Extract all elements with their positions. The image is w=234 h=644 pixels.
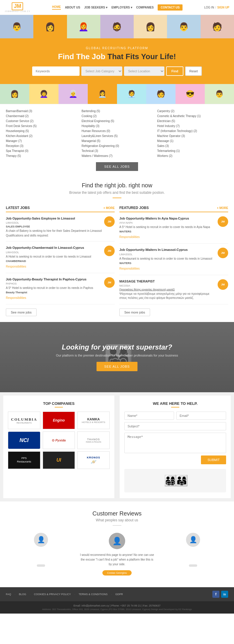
company-engino[interactable]: Engino <box>43 412 75 429</box>
location-select[interactable]: Select Location <box>124 66 164 76</box>
job-responsibilities-link[interactable]: Responsibilities <box>119 235 140 239</box>
job-cat-item[interactable]: Reception (3) <box>6 144 77 148</box>
company-pyxida[interactable]: ⊙ Pyxida <box>43 431 75 449</box>
job-title[interactable]: Job Opportunity-Chambermaid In Limassol-… <box>6 246 102 250</box>
reviews-section: Customer Reviews What peoples say about … <box>0 501 234 581</box>
jm-logo: JM <box>104 277 115 288</box>
job-cat-item[interactable]: Hotel Industry (7) <box>157 124 228 128</box>
job-desc-gr: Προσφάτεις θέσης εργασίας Θεραπευτή μασά… <box>119 288 215 291</box>
logo[interactable]: JM JOBMARKET.COM.CY <box>5 2 30 12</box>
nav-contact[interactable]: CONTACT US <box>158 4 183 11</box>
job-title[interactable]: Job Opportunity-Beauty Therapist In Paph… <box>6 277 102 282</box>
footer-link-cookies[interactable]: COOKIES & PRIVACY POLICY <box>34 593 71 596</box>
facebook-icon[interactable]: f <box>212 591 219 598</box>
job-cat-item[interactable]: Sales (3) <box>157 144 228 148</box>
contact-subject-input[interactable] <box>124 422 226 430</box>
review-name-btn-1[interactable] <box>37 564 45 567</box>
job-cat-item[interactable]: Electrician (5) <box>157 119 228 123</box>
company-kanika[interactable]: KANIKA HOTELS & RESORTS <box>77 412 110 429</box>
job-title[interactable]: Job Opportunity-Sales Employee In Limass… <box>6 216 102 221</box>
footer-link-gdpr[interactable]: GDPR <box>115 593 123 596</box>
job-cat-item[interactable]: Housekeeping (5) <box>6 129 77 133</box>
nav-employers[interactable]: EMPLOYERS ▾ <box>111 6 132 9</box>
job-cat-item[interactable]: Managerial (5) <box>82 139 153 143</box>
job-cat-item[interactable]: IT (Information Technology) (2) <box>157 129 228 133</box>
login-link[interactable]: LOG IN <box>204 6 214 9</box>
company-nci[interactable]: NCI <box>8 431 40 449</box>
footer-link-blog[interactable]: BLOG <box>19 593 26 596</box>
job-responsibilities-link[interactable]: Responsibilities <box>6 296 26 299</box>
contact-message-input[interactable] <box>124 433 226 453</box>
review-item-2: 👤 I would recommend this page to anyone!… <box>79 533 155 576</box>
job-cat-item[interactable]: Hospitality (3) <box>82 124 153 128</box>
job-cat-item[interactable]: Spa Therapist (0) <box>6 149 77 153</box>
job-cat-item[interactable]: Kitchen Assistant (2) <box>6 134 77 138</box>
job-title[interactable]: Job Opportunity-Waiters In Ayia Napa-Cyp… <box>119 216 215 221</box>
job-cat-item[interactable]: Bartending (5) <box>82 109 153 113</box>
featured-jobs-more[interactable]: + MORE <box>217 206 228 210</box>
nav-job-seekers[interactable]: JOB SEEKERS ▾ <box>84 6 107 9</box>
contact-submit-btn[interactable]: SUBMIT <box>201 455 226 464</box>
jm-logo: JM <box>218 216 228 227</box>
footer-link-faq[interactable]: FAQ <box>6 593 11 596</box>
find-button[interactable]: Find <box>166 66 183 76</box>
job-location: Limassol <box>6 251 102 254</box>
job-tag: SALES EMPLOYEE <box>6 225 102 228</box>
review-name-btn-2[interactable]: Costas Georgiou <box>102 570 132 576</box>
footer-address: Address: 302 Thessalonikis, Office 203, … <box>6 608 228 611</box>
linkedin-icon[interactable]: in <box>221 591 228 598</box>
job-cat-item[interactable]: Human Resources (0) <box>82 129 153 133</box>
latest-job-item-2: Job Opportunity-Chambermaid In Limassol-… <box>6 246 115 273</box>
job-cat-item[interactable]: Therapy (5) <box>6 154 77 158</box>
review-avatar: 👤 <box>186 533 200 547</box>
latest-jobs-more[interactable]: + MORE <box>103 206 115 210</box>
see-all-jobs-btn[interactable]: SEE ALL JOBS <box>96 162 138 171</box>
category-select[interactable]: Select Job Category <box>81 66 122 76</box>
job-cat-item[interactable]: Workers (2) <box>157 154 228 158</box>
contact-name-input[interactable] <box>124 412 174 420</box>
job-cat-item[interactable]: Chambermaid (2) <box>6 114 77 118</box>
contact-email-input[interactable] <box>176 412 226 420</box>
job-cat-item[interactable]: Technical (3) <box>82 149 153 153</box>
company-pps[interactable]: PPSRestaurants <box>8 451 40 469</box>
job-cat-item[interactable]: Front Desk Services (5) <box>6 124 77 128</box>
job-cat-item[interactable]: Waiters / Waitresses (7) <box>82 154 153 158</box>
job-cat-item[interactable]: Customer Service (2) <box>6 119 77 123</box>
job-cat-item[interactable]: Massage (1) <box>157 139 228 143</box>
see-more-featured-btn[interactable]: See more jobs <box>119 309 150 316</box>
review-name-btn-3[interactable] <box>189 564 197 567</box>
nav-home[interactable]: HOME <box>52 5 61 10</box>
job-responsibilities-link[interactable]: Responsibilities <box>119 267 140 270</box>
nav-companies[interactable]: COMPANIES <box>136 6 154 9</box>
company-columbia[interactable]: COLUMBIA RESTAURANTS <box>8 412 40 429</box>
job-responsibilities-link[interactable]: Responsibilities <box>6 265 26 268</box>
job-cat-item[interactable]: Telemarketing (1) <box>157 149 228 153</box>
job-cat-item[interactable]: Carpentry (2) <box>157 109 228 113</box>
company-ui[interactable]: UI <box>43 451 75 469</box>
job-tag: WAITERS <box>119 230 215 233</box>
job-cat-item[interactable]: Barman/Barmaid (3) <box>6 109 77 113</box>
company-thanos[interactable]: THANOS Hotels & Resorts <box>77 431 110 449</box>
job-cat-item[interactable]: Manager (7) <box>6 139 77 143</box>
superstar-content: Looking for your next superstar? Our pla… <box>56 343 178 371</box>
job-title[interactable]: Job Opportunity-Waiters In Limassol-Cypr… <box>119 248 215 252</box>
job-location: Nicosia <box>119 284 215 287</box>
reset-button[interactable]: Reset <box>185 66 202 76</box>
company-kronos[interactable]: KRONOS 🪐 <box>77 451 110 469</box>
job-title[interactable]: MASSAGE THERAPIST <box>119 279 215 284</box>
job-cat-item[interactable]: Laundry&Linen Services (5) <box>82 134 153 138</box>
see-more-latest-btn[interactable]: See more jobs <box>6 309 37 316</box>
superstar-see-jobs-btn[interactable]: SEE ALL JOBS <box>97 362 137 371</box>
job-tag: CHAMBERMAID <box>6 260 102 263</box>
review-text <box>161 550 225 561</box>
keyword-input[interactable] <box>32 66 80 76</box>
job-cat-item[interactable]: Machine Operator (3) <box>157 134 228 138</box>
signup-link[interactable]: SIGN UP <box>217 6 229 9</box>
footer-link-terms[interactable]: TERMS & CONDITIONS <box>79 593 108 596</box>
latest-jobs-col: LATEST JOBS + MORE Job Opportunity-Sales… <box>6 206 115 316</box>
job-cat-item[interactable]: Cosmetic & Aesthetic Therapy (1) <box>157 114 228 118</box>
nav-about[interactable]: ABOUT US <box>65 6 80 9</box>
job-cat-item[interactable]: Cooking (2) <box>82 114 153 118</box>
job-cat-item[interactable]: Electrical Engineering (5) <box>82 119 153 123</box>
job-cat-item[interactable]: Refrigeration Engineering (0) <box>82 144 153 148</box>
